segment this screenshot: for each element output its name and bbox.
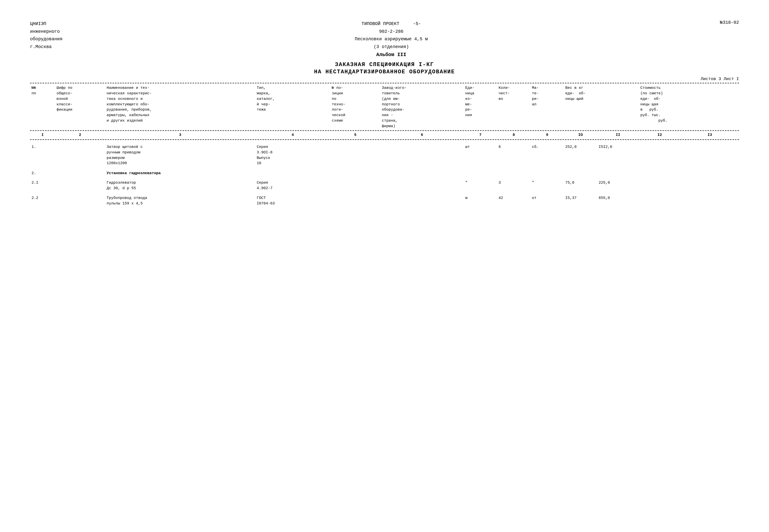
col-num-4: 4: [255, 131, 330, 139]
row21-wtotal: 225,0: [597, 179, 639, 192]
col-header-name: Наименование и тех-ническая характерис-т…: [105, 84, 255, 130]
row22-zavod: [380, 194, 464, 207]
row22-name: Трубопровод отвода пульпы 159 х 4,5: [105, 194, 255, 207]
row21-pos: [330, 179, 380, 192]
col-num-8: 8: [497, 131, 530, 139]
row1-type: Серия 3.9ОI-8 Выпуск 10: [255, 143, 330, 167]
header-right: №318-02: [720, 20, 739, 59]
row21-shif: [55, 179, 105, 192]
row1-mat: сб.: [530, 143, 564, 167]
row21-num: 2.I: [30, 179, 55, 192]
title1-text: ЗАКАЗНАЯ СПЕЦИФИКАЦИЯ I-КГ: [335, 62, 434, 68]
col-header-type: Тип,марка,каталог,й чер-тежа: [255, 84, 330, 130]
col-header-pos: № по-зициипотехно-логи-ческойсхеме: [330, 84, 380, 130]
table-row: 2. Установка гидроэлеватора: [30, 170, 739, 177]
blank-row-2: [30, 167, 739, 170]
col-num-1: I: [30, 131, 55, 139]
project-label: ТИПОВОЙ ПРОЕКТ: [361, 21, 400, 26]
title-row2: НА НЕСТАНДАРТИЗИРОВАННОЕ ОБОРУДОВАНИЕ: [30, 69, 739, 75]
blank-row: [30, 140, 739, 143]
row21-total: [681, 179, 739, 192]
row1-shif: [55, 143, 105, 167]
col-num-9: 9: [530, 131, 564, 139]
col-header-mat: Ма-те-ри-ал: [530, 84, 564, 130]
sheet-info: Листов 3 Лист I: [30, 77, 739, 81]
col-num-6: 6: [380, 131, 464, 139]
row22-qty: 42: [497, 194, 530, 207]
col-num-7: 7: [464, 131, 497, 139]
project-line4: (3 отделения): [355, 43, 428, 51]
col-num-11: II: [597, 131, 639, 139]
col-num-3: 3: [105, 131, 255, 139]
row21-zavod: [380, 179, 464, 192]
col-header-zavod: Завод-изго-товитель(для им-портногообору…: [380, 84, 464, 130]
org-line3: оборудования: [30, 35, 63, 43]
blank-row-4: [30, 192, 739, 194]
row21-type: Серия 4.902-7: [255, 179, 330, 192]
row22-mat: от: [530, 194, 564, 207]
col-header-wunit: Вес в кгеди- об-ницы щий: [564, 84, 639, 130]
row1-price: [639, 143, 681, 167]
row22-shif: [55, 194, 105, 207]
project-line1: ТИПОВОЙ ПРОЕКТ -5-: [355, 20, 428, 28]
header-block: ЦНИIЭП инженерного оборудования г.Москва…: [30, 20, 739, 59]
project-line5: Альбом III: [355, 51, 428, 59]
project-dash: -5-: [413, 21, 421, 26]
row22-type: ГОСТ I0704-63: [255, 194, 330, 207]
project-line2: 902-2-286: [355, 28, 428, 36]
org-line1: ЦНИIЭП: [30, 20, 63, 28]
row2-num: 2.: [30, 170, 55, 177]
col-header-shif: Шифр пообщесо-юзнойкласси-фикации: [55, 84, 105, 130]
row22-unit: м: [464, 194, 497, 207]
row22-pos: [330, 194, 380, 207]
project-line3: Песколовки аэрируемые 4,5 м: [355, 35, 428, 43]
row1-wunit: 252,0: [564, 143, 597, 167]
table-row: 2.2 Трубопровод отвода пульпы 159 х 4,5 …: [30, 194, 739, 207]
row1-zavod: [380, 143, 464, 167]
row22-wtotal: 655,0: [597, 194, 639, 207]
col-header-unit: Еди-ницаиз-ме-ре-ния: [464, 84, 497, 130]
page-container: ЦНИIЭП инженерного оборудования г.Москва…: [30, 20, 739, 207]
header-center: ТИПОВОЙ ПРОЕКТ -5- 902-2-286 Песколовки …: [355, 20, 428, 59]
org-line2: инженерного: [30, 28, 63, 36]
top-border: [30, 83, 739, 83]
org-line4: г.Москва: [30, 43, 63, 51]
col-num-10: IO: [564, 131, 597, 139]
row1-qty: 6: [497, 143, 530, 167]
row21-wunit: 75,0: [564, 179, 597, 192]
row21-price: [639, 179, 681, 192]
row21-mat: ": [530, 179, 564, 192]
table-row: 2.I Гидроэлеватор Дс 30, d р 55 Серия 4.…: [30, 179, 739, 192]
row1-unit: шт: [464, 143, 497, 167]
main-table: №№пп Шифр пообщесо-юзнойкласси-фикации Н…: [30, 84, 739, 207]
column-header-row: №№пп Шифр пообщесо-юзнойкласси-фикации Н…: [30, 84, 739, 130]
col-num-2: 2: [55, 131, 105, 139]
row21-unit: ": [464, 179, 497, 192]
row2-shif: [55, 170, 105, 177]
row22-wunit: I5,37: [564, 194, 597, 207]
col-num-5: 5: [330, 131, 380, 139]
row1-pos: [330, 143, 380, 167]
blank-row-3: [30, 177, 739, 179]
col-num-12: I2: [639, 131, 681, 139]
table-row: 1. Затвор щитовой с ручным приводом разм…: [30, 143, 739, 167]
col-header-qty: Коли-чест-во: [497, 84, 530, 130]
title2-text: НА НЕСТАНДАРТИЗИРОВАННОЕ ОБОРУДОВАНИЕ: [314, 69, 455, 75]
header-left: ЦНИIЭП инженерного оборудования г.Москва: [30, 20, 63, 59]
row1-num: 1.: [30, 143, 55, 167]
row21-qty: 3: [497, 179, 530, 192]
sheet-info-text: Листов 3 Лист I: [701, 77, 739, 81]
row1-total: [681, 143, 739, 167]
col-num-13: I3: [681, 131, 739, 139]
column-numbers-row: I 2 3 4 5 6 7 8 9 IO II I2 I3: [30, 131, 739, 139]
row2-name: Установка гидроэлеватора: [105, 170, 739, 177]
doc-code: №318-02: [720, 20, 739, 25]
row1-wtotal: I5I2,0: [597, 143, 639, 167]
row21-name: Гидроэлеватор Дс 30, d р 55: [105, 179, 255, 192]
title-row1: ЗАКАЗНАЯ СПЕЦИФИКАЦИЯ I-КГ: [30, 62, 739, 68]
col-header-num: №№пп: [30, 84, 55, 130]
row22-num: 2.2: [30, 194, 55, 207]
row22-total: [681, 194, 739, 207]
row22-price: [639, 194, 681, 207]
col-header-price: Стоимость(по смете)еди- об-ницы щаяв руб…: [639, 84, 739, 130]
